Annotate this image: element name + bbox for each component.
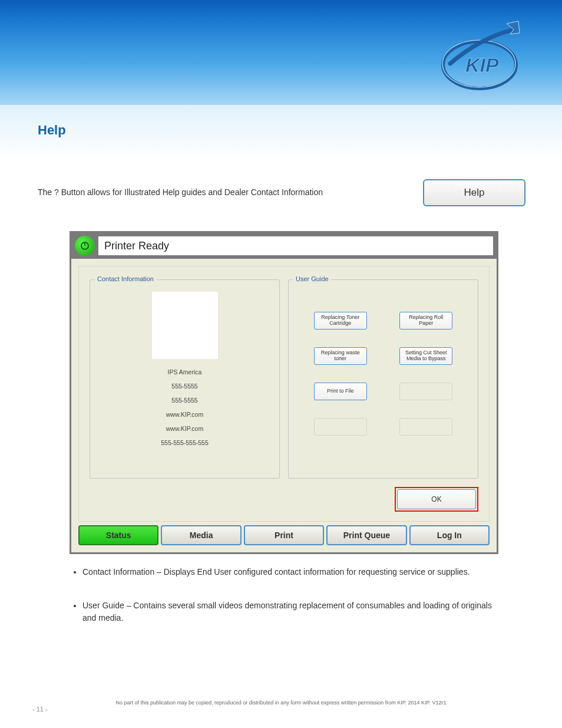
page-number: - 11 - xyxy=(32,706,48,713)
help-button[interactable]: Help xyxy=(423,179,525,206)
power-icon xyxy=(75,236,95,256)
page-heading: Help xyxy=(38,123,66,138)
embedded-screenshot: Printer Ready Contact Information IPS Am… xyxy=(70,231,498,554)
guide-print-to-file-button[interactable]: Print to File xyxy=(314,383,367,400)
bullet-user-guide: User Guide – Contains several small vide… xyxy=(82,599,495,624)
contact-legend: Contact Information xyxy=(95,275,156,282)
guide-empty-slot xyxy=(314,418,367,436)
contact-line: www.KIP.com xyxy=(166,425,203,432)
page-header: KIP xyxy=(0,0,562,105)
ok-highlight-box: OK xyxy=(395,487,478,512)
ok-button[interactable]: OK xyxy=(397,489,476,509)
printer-status-title: Printer Ready xyxy=(98,236,493,255)
guide-replacing-roll-button[interactable]: Replacing Roll Paper xyxy=(399,312,452,330)
tab-print[interactable]: Print xyxy=(244,525,324,545)
guide-empty-slot xyxy=(399,418,452,436)
contact-line: www.KIP.com xyxy=(166,411,203,418)
bullet-contact-info: Contact Information – Displays End User … xyxy=(82,566,495,578)
contact-line: 555-555-555-555 xyxy=(161,439,209,446)
page-footer: No part of this publication may be copie… xyxy=(0,700,562,709)
contact-information-panel: Contact Information IPS America 555-5555… xyxy=(90,279,280,479)
guide-cut-sheet-button[interactable]: Setting Cut Sheet Media to Bypass xyxy=(399,347,452,365)
contact-line: 555-5555 xyxy=(171,397,197,404)
screenshot-body: Contact Information IPS America 555-5555… xyxy=(71,259,497,552)
tab-print-queue[interactable]: Print Queue xyxy=(326,525,406,545)
intro-paragraph: The ? Button allows for Illustrated Help… xyxy=(38,186,403,199)
guide-replacing-toner-button[interactable]: Replacing Toner Cartridge xyxy=(314,312,367,330)
contact-line: 555-5555 xyxy=(171,383,197,390)
user-guide-legend: User Guide xyxy=(293,275,331,282)
bottom-tab-bar: Status Media Print Print Queue Log In xyxy=(78,522,490,545)
contact-line: IPS America xyxy=(168,368,202,375)
kip-logo-icon: KIP xyxy=(432,18,527,94)
bullet-list: Contact Information – Displays End User … xyxy=(82,566,495,645)
tab-media[interactable]: Media xyxy=(161,525,241,545)
page-header-light xyxy=(0,105,562,158)
guide-replacing-waste-button[interactable]: Replacing waste toner xyxy=(314,347,367,365)
tab-log-in[interactable]: Log In xyxy=(409,525,490,545)
tab-status[interactable]: Status xyxy=(78,525,158,545)
guide-empty-slot xyxy=(399,383,452,400)
user-guide-panel: User Guide Replacing Toner Cartridge Rep… xyxy=(288,279,478,479)
screenshot-titlebar: Printer Ready xyxy=(71,233,497,259)
contact-image-placeholder xyxy=(152,292,218,359)
svg-text:KIP: KIP xyxy=(465,54,499,76)
